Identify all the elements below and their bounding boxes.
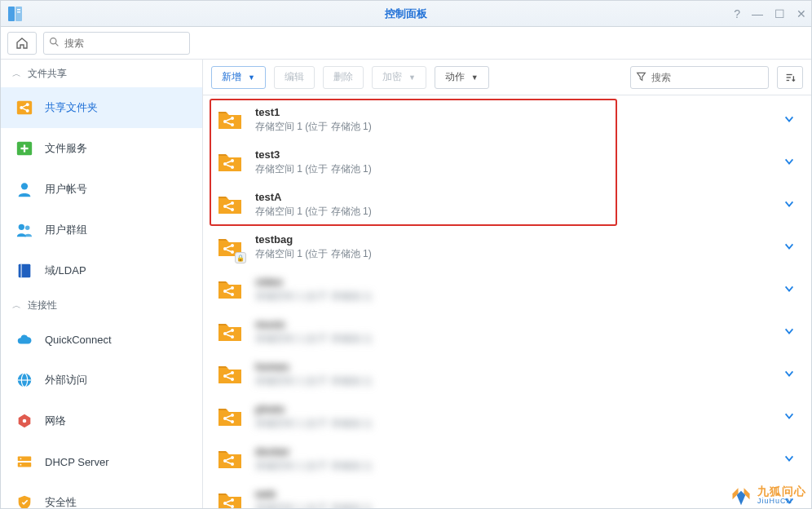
svg-point-38: [231, 166, 234, 169]
encrypt-button[interactable]: 加密▼: [372, 66, 426, 89]
minimize-icon[interactable]: —: [752, 7, 763, 20]
edit-button[interactable]: 编辑: [274, 66, 315, 89]
filter-icon: [636, 70, 647, 85]
svg-point-4: [51, 38, 56, 43]
sidebar-item-file-services[interactable]: 文件服务: [1, 128, 202, 169]
chevron-down-icon[interactable]: [783, 198, 795, 212]
chevron-down-icon[interactable]: [783, 283, 795, 297]
folder-row[interactable]: testA 存储空间 1 (位于 存储池 1): [203, 184, 811, 226]
plus-icon: [15, 139, 33, 157]
folder-row[interactable]: homes 存储空间 1 (位于 存储池 1): [203, 353, 811, 396]
sidebar-item-user-account[interactable]: 用户帐号: [1, 169, 202, 210]
content-search-input[interactable]: [651, 72, 763, 83]
folder-row[interactable]: docker 存储空间 1 (位于 存储池 1): [203, 438, 811, 480]
sidebar-item-shared-folder[interactable]: 共享文件夹: [1, 87, 202, 128]
folder-meta: video 存储空间 1 (位于 存储池 1): [255, 276, 772, 303]
chevron-down-icon[interactable]: [783, 410, 795, 424]
chevron-down-icon[interactable]: [783, 495, 795, 509]
cloud-icon: [15, 330, 33, 348]
sidebar-item-user-group[interactable]: 用户群组: [1, 210, 202, 250]
sidebar-item-label: 域/LDAP: [45, 263, 86, 278]
sidebar-item-label: 用户帐号: [45, 182, 87, 197]
folder-name: testA: [255, 191, 772, 203]
folder-row[interactable]: music 存储空间 1 (位于 存储池 1): [203, 311, 811, 353]
action-button[interactable]: 动作▼: [435, 66, 489, 89]
folder-location: 存储空间 1 (位于 存储池 1): [255, 290, 772, 303]
chevron-down-icon: ▼: [471, 73, 479, 82]
lock-icon: 🔒: [235, 252, 246, 263]
share-icon: [15, 99, 33, 117]
globe-icon: [15, 371, 33, 389]
chevron-down-icon[interactable]: [783, 325, 795, 339]
svg-point-52: [231, 286, 234, 290]
sidebar-item-label: 用户群组: [45, 223, 87, 237]
folder-name: test3: [255, 148, 772, 161]
help-icon[interactable]: ?: [734, 7, 740, 20]
folder-name: video: [255, 276, 772, 288]
folder-icon: [216, 191, 244, 219]
sidebar-item-network[interactable]: 网络: [1, 401, 202, 441]
svg-point-32: [231, 117, 234, 120]
svg-point-37: [231, 159, 234, 162]
svg-point-26: [20, 458, 22, 459]
folder-row[interactable]: photo 存储空间 1 (位于 存储池 1): [203, 396, 811, 438]
folder-meta: testbag 存储空间 1 (位于 存储池 1): [255, 233, 772, 261]
home-button[interactable]: [7, 32, 37, 55]
svg-point-48: [231, 250, 234, 254]
sidebar-item-domain-ldap[interactable]: 域/LDAP: [1, 250, 202, 291]
sort-button[interactable]: [777, 66, 803, 89]
sidebar-group-header[interactable]: ︿连接性: [1, 291, 202, 319]
folder-location: 存储空间 1 (位于 存储池 1): [255, 374, 772, 388]
folder-row[interactable]: test1 存储空间 1 (位于 存储池 1): [203, 99, 811, 141]
svg-point-27: [20, 464, 22, 466]
svg-rect-19: [20, 264, 21, 278]
folder-row[interactable]: 🔒 testbag 存储空间 1 (位于 存储池 1): [203, 226, 811, 268]
delete-button[interactable]: 删除: [323, 66, 364, 89]
chevron-down-icon[interactable]: [783, 113, 795, 127]
sidebar-item-label: 共享文件夹: [45, 100, 98, 115]
sidebar-item-quickconnect[interactable]: QuickConnect: [1, 319, 202, 360]
folder-row[interactable]: video 存储空间 1 (位于 存储池 1): [203, 268, 811, 311]
chevron-down-icon[interactable]: [783, 453, 795, 467]
new-button[interactable]: 新增▼: [211, 66, 266, 89]
sidebar-item-label: DHCP Server: [45, 456, 109, 468]
sidebar-search[interactable]: [43, 32, 190, 55]
content-search[interactable]: [630, 66, 769, 89]
sidebar-search-input[interactable]: [64, 38, 184, 49]
dhcp-icon: [15, 453, 33, 471]
maximize-icon[interactable]: ☐: [774, 7, 785, 20]
folder-icon: [216, 276, 244, 303]
sidebar-group-header[interactable]: ︿文件共享: [1, 60, 202, 87]
window-title: 控制面板: [1, 7, 811, 21]
folder-row[interactable]: web 存储空间 1 (位于 存储池 1): [203, 480, 811, 509]
folder-icon: [216, 148, 244, 176]
svg-point-62: [231, 371, 234, 374]
folder-location: 存储空间 1 (位于 存储池 1): [255, 205, 772, 219]
folder-location: 存储空间 1 (位于 存储池 1): [255, 247, 772, 261]
chevron-down-icon[interactable]: [783, 241, 795, 254]
sidebar-item-external-access[interactable]: 外部访问: [1, 360, 202, 401]
svg-rect-6: [17, 101, 32, 115]
folder-row[interactable]: test3 存储空间 1 (位于 存储池 1): [203, 141, 811, 184]
folder-meta: photo 存储空间 1 (位于 存储池 1): [255, 403, 772, 431]
chevron-down-icon[interactable]: [783, 156, 795, 170]
svg-point-16: [19, 224, 24, 230]
chevron-down-icon[interactable]: [783, 368, 795, 382]
group-icon: [15, 221, 33, 239]
folder-location: 存储空间 1 (位于 存储池 1): [255, 120, 772, 134]
folder-location: 存储空间 1 (位于 存储池 1): [255, 162, 772, 176]
sidebar-item-dhcp[interactable]: DHCP Server: [1, 441, 202, 482]
svg-rect-1: [15, 7, 22, 21]
svg-point-78: [231, 505, 234, 508]
svg-rect-2: [17, 9, 20, 11]
folder-location: 存储空间 1 (位于 存储池 1): [255, 332, 772, 346]
svg-point-67: [231, 414, 234, 417]
folder-name: photo: [255, 403, 772, 415]
folder-icon: [216, 106, 244, 134]
top-toolbar: [1, 27, 811, 60]
folder-meta: homes 存储空间 1 (位于 存储池 1): [255, 361, 772, 388]
folder-name: testbag: [255, 233, 772, 246]
close-icon[interactable]: ✕: [797, 7, 806, 20]
network-icon: [15, 412, 33, 430]
sidebar-item-security[interactable]: 安全性: [1, 482, 202, 509]
